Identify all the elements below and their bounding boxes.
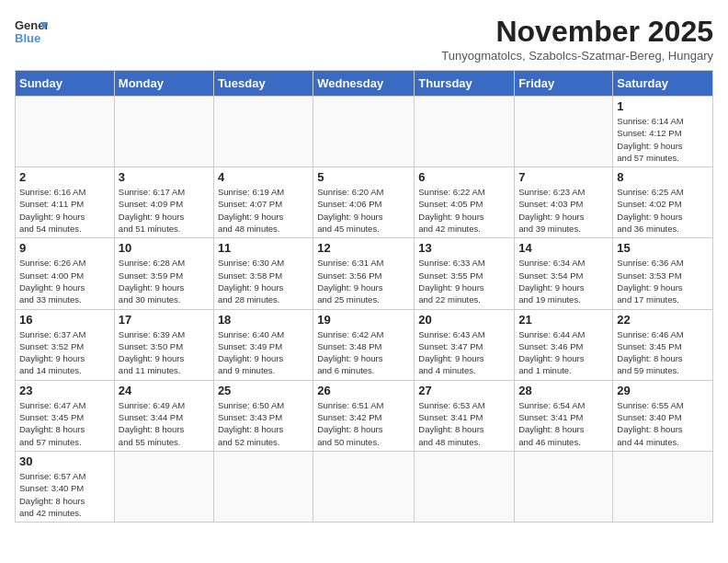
logo: General Blue [15,15,48,48]
day-10: 10 Sunrise: 6:28 AMSunset: 3:59 PMDaylig… [114,238,213,309]
empty-cell [515,97,613,167]
empty-cell [114,97,213,167]
day-28: 28 Sunrise: 6:54 AMSunset: 3:41 PMDaylig… [515,380,613,451]
header-saturday: Saturday [613,71,713,97]
empty-cell [515,451,613,522]
empty-cell [114,451,213,522]
day-5: 5 Sunrise: 6:20 AMSunset: 4:06 PMDayligh… [313,167,415,238]
day-20: 20 Sunrise: 6:43 AMSunset: 3:47 PMDaylig… [415,309,515,380]
day-8: 8 Sunrise: 6:25 AMSunset: 4:02 PMDayligh… [613,167,713,238]
calendar-row-6: 30 Sunrise: 6:57 AMSunset: 3:40 PMDaylig… [16,451,713,522]
weekday-header-row: Sunday Monday Tuesday Wednesday Thursday… [16,71,713,97]
empty-cell [313,97,415,167]
title-block: November 2025 Tunyogmatolcs, Szabolcs-Sz… [441,15,713,63]
day-2: 2 Sunrise: 6:16 AMSunset: 4:11 PMDayligh… [16,167,115,238]
empty-cell [415,97,515,167]
empty-cell [16,97,115,167]
day-15: 15 Sunrise: 6:36 AMSunset: 3:53 PMDaylig… [613,238,713,309]
header-thursday: Thursday [415,71,515,97]
header-friday: Friday [515,71,613,97]
day-3: 3 Sunrise: 6:17 AMSunset: 4:09 PMDayligh… [114,167,213,238]
page-header: General Blue November 2025 Tunyogmatolcs… [15,15,713,63]
calendar-row-1: 1 Sunrise: 6:14 AMSunset: 4:12 PMDayligh… [16,97,713,167]
day-12: 12 Sunrise: 6:31 AMSunset: 3:56 PMDaylig… [313,238,415,309]
calendar: Sunday Monday Tuesday Wednesday Thursday… [15,70,713,523]
header-monday: Monday [114,71,213,97]
day-4: 4 Sunrise: 6:19 AMSunset: 4:07 PMDayligh… [213,167,313,238]
calendar-row-2: 2 Sunrise: 6:16 AMSunset: 4:11 PMDayligh… [16,167,713,238]
day-26: 26 Sunrise: 6:51 AMSunset: 3:42 PMDaylig… [313,380,415,451]
day-1-info: Sunrise: 6:14 AMSunset: 4:12 PMDaylight:… [617,115,709,164]
empty-cell [213,97,313,167]
day-6: 6 Sunrise: 6:22 AMSunset: 4:05 PMDayligh… [415,167,515,238]
svg-text:Blue: Blue [15,31,40,45]
header-wednesday: Wednesday [313,71,415,97]
calendar-row-5: 23 Sunrise: 6:47 AMSunset: 3:45 PMDaylig… [16,380,713,451]
day-25: 25 Sunrise: 6:50 AMSunset: 3:43 PMDaylig… [213,380,313,451]
subtitle: Tunyogmatolcs, Szabolcs-Szatmar-Bereg, H… [441,49,713,63]
day-18: 18 Sunrise: 6:40 AMSunset: 3:49 PMDaylig… [213,309,313,380]
empty-cell [313,451,415,522]
header-sunday: Sunday [16,71,115,97]
day-14: 14 Sunrise: 6:34 AMSunset: 3:54 PMDaylig… [515,238,613,309]
day-16: 16 Sunrise: 6:37 AMSunset: 3:52 PMDaylig… [16,309,115,380]
day-21: 21 Sunrise: 6:44 AMSunset: 3:46 PMDaylig… [515,309,613,380]
day-11: 11 Sunrise: 6:30 AMSunset: 3:58 PMDaylig… [213,238,313,309]
day-9: 9 Sunrise: 6:26 AMSunset: 4:00 PMDayligh… [16,238,115,309]
day-22: 22 Sunrise: 6:46 AMSunset: 3:45 PMDaylig… [613,309,713,380]
logo-icon: General Blue [15,15,48,48]
calendar-row-4: 16 Sunrise: 6:37 AMSunset: 3:52 PMDaylig… [16,309,713,380]
day-7: 7 Sunrise: 6:23 AMSunset: 4:03 PMDayligh… [515,167,613,238]
empty-cell [415,451,515,522]
day-13: 13 Sunrise: 6:33 AMSunset: 3:55 PMDaylig… [415,238,515,309]
empty-cell [613,451,713,522]
month-title: November 2025 [441,15,713,49]
day-24: 24 Sunrise: 6:49 AMSunset: 3:44 PMDaylig… [114,380,213,451]
day-29: 29 Sunrise: 6:55 AMSunset: 3:40 PMDaylig… [613,380,713,451]
day-30: 30 Sunrise: 6:57 AMSunset: 3:40 PMDaylig… [16,451,115,522]
day-1: 1 Sunrise: 6:14 AMSunset: 4:12 PMDayligh… [613,97,713,167]
calendar-row-3: 9 Sunrise: 6:26 AMSunset: 4:00 PMDayligh… [16,238,713,309]
day-23: 23 Sunrise: 6:47 AMSunset: 3:45 PMDaylig… [16,380,115,451]
header-tuesday: Tuesday [213,71,313,97]
day-17: 17 Sunrise: 6:39 AMSunset: 3:50 PMDaylig… [114,309,213,380]
day-27: 27 Sunrise: 6:53 AMSunset: 3:41 PMDaylig… [415,380,515,451]
empty-cell [213,451,313,522]
day-19: 19 Sunrise: 6:42 AMSunset: 3:48 PMDaylig… [313,309,415,380]
